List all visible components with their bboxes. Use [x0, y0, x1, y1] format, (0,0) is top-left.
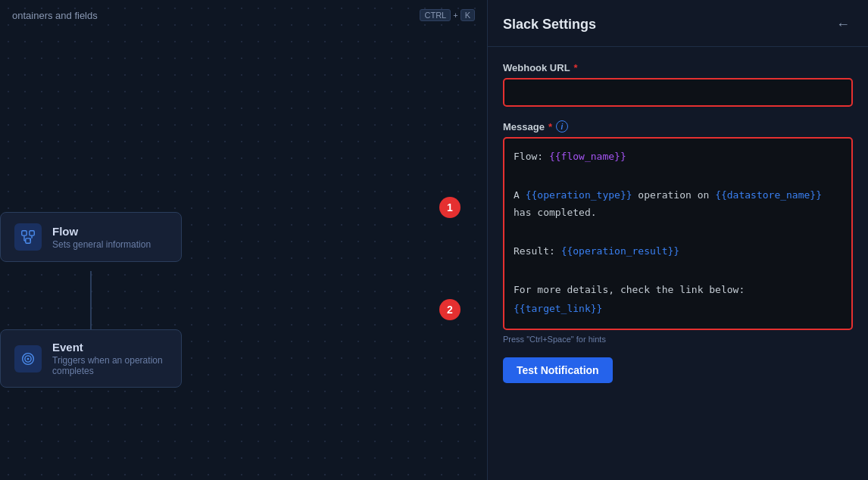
step-badge-2: 2 — [439, 299, 461, 320]
msg-line-7: For more details, check the link below: — [514, 281, 842, 298]
event-node-icon-bg — [14, 345, 42, 372]
canvas-area: Flow Sets general information Event Trig… — [0, 30, 487, 480]
canvas-panel: ontainers and fields CTRL + K — [0, 0, 487, 480]
right-panel: Slack Settings ← Webhook URL * Message *… — [487, 0, 868, 480]
svg-rect-2 — [26, 238, 30, 243]
top-bar-label: ontainers and fields — [12, 10, 98, 21]
shortcut-badge: CTRL + K — [420, 9, 475, 21]
msg-line-2 — [514, 167, 842, 184]
message-info-icon[interactable]: i — [556, 120, 568, 132]
msg-line-3: A {{operation_type}} operation on {{data… — [514, 186, 842, 222]
panel-body: Webhook URL * Message * i Flow: {{flow_n… — [488, 47, 868, 398]
step-badge-1: 1 — [439, 197, 461, 218]
svg-point-9 — [27, 357, 30, 360]
msg-line-1: Flow: {{flow_name}} — [514, 148, 842, 165]
flow-node-text: Flow Sets general information — [52, 225, 151, 250]
test-notification-button[interactable]: Test Notification — [503, 357, 613, 383]
svg-rect-1 — [30, 231, 34, 235]
flow-node-title: Flow — [52, 225, 151, 238]
webhook-required-star: * — [574, 62, 578, 73]
k-key: K — [461, 9, 475, 21]
webhook-field-group: Webhook URL * — [503, 62, 853, 107]
panel-header: Slack Settings ← — [488, 0, 868, 47]
msg-line-8: {{target_link}} — [514, 300, 842, 317]
webhook-label: Webhook URL * — [503, 62, 853, 73]
hint-text: Press "Ctrl+Space" for hints — [503, 335, 853, 344]
message-label: Message * i — [503, 120, 853, 132]
event-node[interactable]: Event Triggers when an operation complet… — [0, 329, 182, 388]
message-required-star: * — [548, 121, 552, 132]
flow-node[interactable]: Flow Sets general information — [0, 212, 182, 262]
back-button[interactable]: ← — [833, 14, 853, 36]
flow-icon — [20, 229, 36, 245]
svg-rect-0 — [22, 231, 27, 235]
event-node-title: Event — [52, 341, 167, 354]
flow-node-subtitle: Sets general information — [52, 239, 151, 250]
top-bar: ontainers and fields CTRL + K — [0, 0, 487, 30]
panel-title: Slack Settings — [503, 17, 596, 33]
event-node-text: Event Triggers when an operation complet… — [52, 341, 167, 376]
event-icon — [20, 351, 36, 367]
msg-line-5: Result: {{operation_result}} — [514, 242, 842, 260]
event-node-subtitle: Triggers when an operation completes — [52, 355, 167, 376]
ctrl-key: CTRL — [420, 9, 451, 21]
message-field-group: Message * i Flow: {{flow_name}} A {{oper… — [503, 120, 853, 344]
connector-line — [90, 271, 92, 332]
msg-line-4 — [514, 223, 842, 241]
webhook-input[interactable] — [503, 78, 853, 107]
message-display[interactable]: Flow: {{flow_name}} A {{operation_type}}… — [503, 137, 853, 330]
flow-node-icon-bg — [14, 223, 42, 251]
plus-separator: + — [453, 11, 457, 20]
msg-line-6 — [514, 261, 842, 279]
